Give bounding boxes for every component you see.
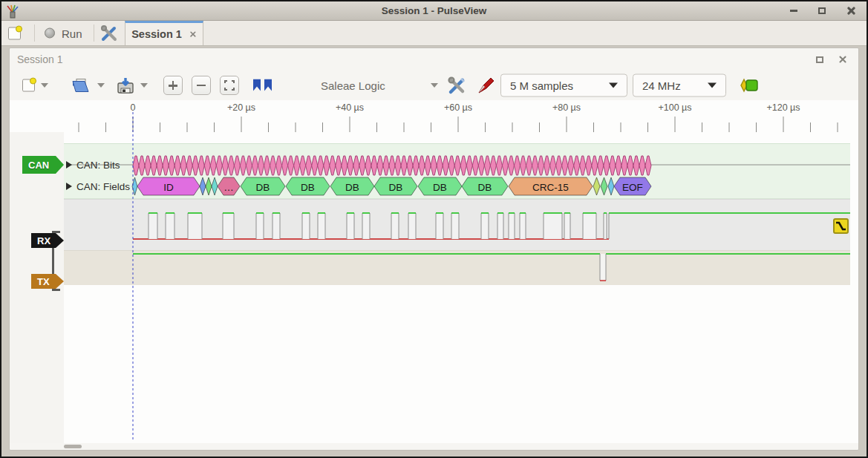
device-dropdown-icon[interactable] <box>431 83 438 88</box>
decoder-row-fields[interactable]: CAN: Fields <box>66 181 130 192</box>
svg-text:CRC-15: CRC-15 <box>532 182 569 193</box>
decoder-row-fields-label: CAN: Fields <box>76 181 130 192</box>
add-decoder-icon[interactable] <box>738 78 760 93</box>
chevron-down-icon <box>708 83 717 88</box>
save-file-icon[interactable] <box>117 77 134 94</box>
toolbar-separator <box>94 24 94 42</box>
decoder-tag-can[interactable]: CAN <box>22 156 64 174</box>
run-state-icon <box>45 28 55 39</box>
run-button[interactable]: Run <box>45 27 82 39</box>
tab-label: Session 1 <box>131 28 182 40</box>
restore-icon[interactable] <box>816 56 823 63</box>
can-fields-annotations: ID…DBDBDBDBDBDBCRC-15EOF <box>132 177 651 195</box>
zoom-out-button[interactable] <box>192 76 211 95</box>
tx-waveform <box>133 254 850 281</box>
svg-text:DB: DB <box>301 182 315 193</box>
svg-text:EOF: EOF <box>622 182 643 193</box>
settings-icon[interactable] <box>100 24 118 42</box>
subwindow-close-icon[interactable] <box>838 56 846 64</box>
trace-view[interactable]: 0+20 µs+40 µs+60 µs+80 µs+100 µs+120 µs … <box>10 100 858 443</box>
new-file-button[interactable] <box>22 79 35 92</box>
open-file-dropdown-icon[interactable] <box>97 83 105 88</box>
configure-device-icon[interactable] <box>447 76 466 95</box>
expand-icon[interactable] <box>66 183 72 190</box>
scrollbar-thumb[interactable] <box>64 445 82 448</box>
decoder-row-bits-label: CAN: Bits <box>76 160 120 171</box>
new-file-dropdown-icon[interactable] <box>41 83 48 88</box>
trigger-marker-falling-edge[interactable] <box>833 218 849 234</box>
pulseview-window: Session 1 - PulseView Run Session 1 Ses <box>0 0 868 458</box>
falling-edge-icon <box>835 220 846 232</box>
sample-count-value: 5 M samples <box>510 79 573 92</box>
session-toolbar: Saleae Logic 5 M samples 24 MHz <box>10 71 858 100</box>
decoder-row-bits[interactable]: CAN: Bits <box>66 160 120 170</box>
titlebar[interactable]: Session 1 - PulseView <box>1 1 867 21</box>
sample-rate-value: 24 MHz <box>642 79 681 92</box>
session-subwindow: Session 1 <box>9 48 859 451</box>
svg-text:DB: DB <box>433 182 447 193</box>
open-file-icon[interactable] <box>72 79 90 93</box>
run-label: Run <box>62 27 82 39</box>
channels-probe-icon[interactable] <box>477 76 496 95</box>
maximize-icon[interactable] <box>818 7 826 14</box>
svg-text:DB: DB <box>345 182 359 193</box>
show-cursors-icon[interactable] <box>252 79 273 92</box>
ruler-ticks <box>79 117 838 132</box>
sample-count-select[interactable]: 5 M samples <box>500 74 627 97</box>
rx-waveform <box>133 213 850 239</box>
svg-text:…: … <box>223 182 234 193</box>
main-toolbar: Run Session 1 <box>1 21 867 46</box>
trace-canvas[interactable]: ID…DBDBDBDBDBDBCRC-15EOF <box>10 100 857 443</box>
expand-icon[interactable] <box>66 161 72 169</box>
can-bits-annotations <box>133 156 651 175</box>
chevron-down-icon <box>609 83 618 88</box>
zoom-in-button[interactable] <box>163 76 183 95</box>
device-select[interactable]: Saleae Logic <box>321 79 385 92</box>
svg-text:DB: DB <box>478 182 492 193</box>
save-file-dropdown-icon[interactable] <box>140 83 148 88</box>
tab-close-icon[interactable] <box>189 31 196 38</box>
toolbar-separator <box>34 24 35 42</box>
svg-text:DB: DB <box>256 182 270 193</box>
new-session-button[interactable] <box>8 27 21 39</box>
horizontal-scrollbar[interactable] <box>10 443 858 450</box>
subwindow-title: Session 1 <box>17 53 62 65</box>
plus-icon <box>169 81 177 90</box>
svg-text:DB: DB <box>389 182 403 193</box>
subwindow-header[interactable]: Session 1 <box>10 48 858 71</box>
close-icon[interactable] <box>846 7 855 15</box>
tab-session-1[interactable]: Session 1 <box>125 21 203 45</box>
minus-icon <box>197 85 206 87</box>
minimize-icon[interactable] <box>790 10 797 12</box>
zoom-fit-button[interactable] <box>220 76 239 95</box>
window-title: Session 1 - PulseView <box>1 5 867 16</box>
sample-rate-select[interactable]: 24 MHz <box>633 74 726 97</box>
zoom-fit-icon <box>224 80 235 91</box>
svg-text:ID: ID <box>163 182 174 193</box>
